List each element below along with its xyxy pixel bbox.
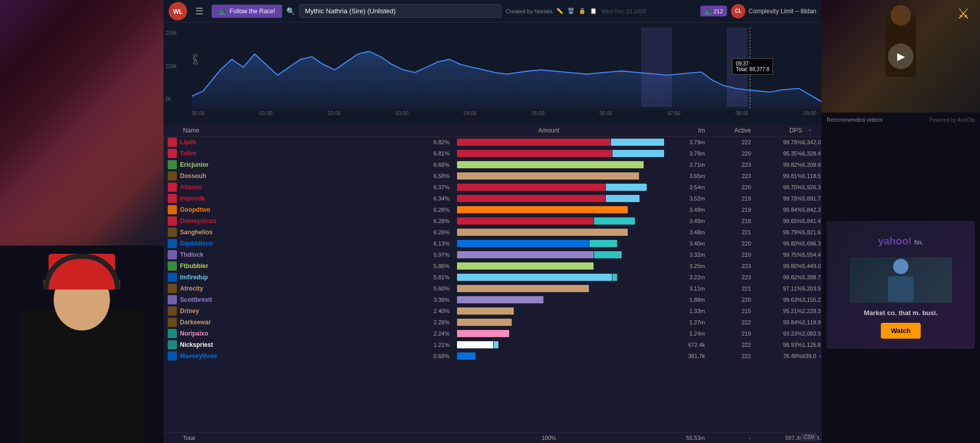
delete-icon[interactable]: 🗑️ xyxy=(567,8,575,14)
table-row[interactable]: Dossouh 6.58% 3.65m 223 99.81% 6,118.5 + xyxy=(164,170,822,182)
row-player-name[interactable]: Nickspriest xyxy=(180,341,213,348)
row-player-name[interactable]: Driney xyxy=(180,307,199,315)
row-player-name[interactable]: Domeynicus xyxy=(180,217,216,225)
row-bar-primary xyxy=(457,307,514,315)
row-avatar xyxy=(168,340,177,349)
y-label-0k: 0k xyxy=(166,96,177,102)
edit-icon[interactable]: ✏️ xyxy=(556,8,563,14)
row-name-cell: Ericjunior xyxy=(168,160,434,169)
table-row[interactable]: Goopdtwo 6.28% 3.49m 219 99.84% 5,842.3 … xyxy=(164,204,822,215)
nav-logo: WL xyxy=(169,2,187,20)
table-row[interactable]: Ftbubbler 5.86% 3.25m 223 99.80% 5,449.0… xyxy=(164,260,822,272)
row-player-name[interactable]: Scottbrexit xyxy=(180,296,212,303)
row-bar-container xyxy=(457,319,664,326)
row-active-im: 219 xyxy=(705,330,751,337)
row-bar-primary xyxy=(457,150,612,157)
row-avatar xyxy=(168,138,177,147)
row-player-name[interactable]: Squiddisco xyxy=(180,240,213,247)
row-bar-primary xyxy=(457,319,512,326)
ad-watch-button[interactable]: Watch xyxy=(881,323,921,339)
race-date: Wed Dec 23 2020 xyxy=(601,8,646,14)
hamburger-menu[interactable]: ☰ xyxy=(191,4,208,19)
table-row[interactable]: Lipdk 6.82% 3.79m 222 99.78% 6,342.0 + xyxy=(164,137,822,148)
twitch-badge: 📺 212 xyxy=(700,6,727,16)
row-amount-cell: 2.40% xyxy=(434,307,664,315)
table-row[interactable]: Darkeewar 2.28% 1.27m 222 99.84% 2,118.9… xyxy=(164,317,822,328)
chart-area: 200k 100k 0k xyxy=(164,23,822,125)
table-row[interactable]: Noripalxo 2.24% 1.24m 219 93.23% 2,083.5… xyxy=(164,328,822,339)
row-bar-container xyxy=(457,352,664,360)
table-row[interactable]: Atlasxo 6.37% 3.54m 220 99.70% 5,926.3 + xyxy=(164,182,822,193)
row-active-pct: 99.82% xyxy=(751,274,802,280)
table-row[interactable]: Trillm 6.81% 3.78m 220 95.35% 6,328.4 + xyxy=(164,148,822,159)
row-percent: 6.13% xyxy=(434,240,454,247)
anyclip-label: Powered by AnyClip xyxy=(929,117,975,123)
row-name-cell: Thdlock xyxy=(168,250,434,259)
row-player-name[interactable]: Darkeewar xyxy=(180,319,211,326)
row-player-name[interactable]: Noripalxo xyxy=(180,330,208,337)
follow-race-button[interactable]: 📺 Follow the Race! xyxy=(212,5,282,18)
ad-content: yahoo! fin. Market co. that m. busi. Wat… xyxy=(827,221,975,349)
row-active-im: 220 xyxy=(705,297,751,303)
row-player-name[interactable]: Goopdtwo xyxy=(180,206,210,213)
row-bar-container xyxy=(457,262,664,270)
row-player-name[interactable]: Trillm xyxy=(180,150,196,157)
row-player-name[interactable]: Dossouh xyxy=(180,172,206,180)
row-active-im: 223 xyxy=(705,173,751,179)
table-row[interactable]: Imfiredup 5.81% 3.22m 223 99.82% 5,398.7… xyxy=(164,272,822,283)
row-amount-cell: 6.58% xyxy=(434,172,664,180)
row-bar-primary xyxy=(457,139,610,146)
row-player-name[interactable]: Atrocity xyxy=(180,285,203,292)
row-dps: 5,842.3 xyxy=(802,207,821,213)
header-add[interactable]: + xyxy=(802,127,817,134)
table-row[interactable]: Scottbrexit 3.39% 1.88m 220 99.63% 3,155… xyxy=(164,294,822,305)
row-dps: 5,554.4 xyxy=(802,252,821,258)
table-row[interactable]: Squiddisco 6.13% 3.40m 220 99.80% 5,696.… xyxy=(164,238,822,249)
row-name-cell: Impecdk xyxy=(168,194,434,203)
row-player-name[interactable]: Maeveythree xyxy=(180,352,217,360)
row-player-name[interactable]: Ericjunior xyxy=(180,161,209,168)
table-row[interactable]: Atrocity 5.60% 3.11m 221 97.11% 5,203.5 … xyxy=(164,283,822,294)
dps-chart[interactable]: DPS xyxy=(192,28,822,109)
row-bar-primary xyxy=(457,330,509,337)
x-07-00: 07:00 xyxy=(668,110,680,116)
table-row[interactable]: Domeynicus 6.28% 3.49m 218 99.65% 5,841.… xyxy=(164,215,822,227)
row-bar-primary xyxy=(457,341,493,348)
row-bar-container xyxy=(457,195,664,202)
row-active-pct: 99.80% xyxy=(751,240,802,247)
row-dps-cell: 2,118.9 + xyxy=(802,318,817,326)
table-row[interactable]: Ericjunior 6.68% 3.71m 223 99.82% 6,209.… xyxy=(164,159,822,170)
row-player-name[interactable]: Thdlock xyxy=(180,251,203,258)
row-name-cell: Sanghelios xyxy=(168,228,434,237)
total-label: Total xyxy=(168,435,434,441)
table-container: Name Amount Im Active DPS + Lipdk 6.82% … xyxy=(164,125,822,443)
row-active-pct: 99.78% xyxy=(751,195,802,202)
total-row: Total 100% 55.53m - 597.3s 92,974.3 xyxy=(164,432,822,443)
table-row[interactable]: Nickspriest 1.21% 672.4k 222 98.93% 1,12… xyxy=(164,339,822,350)
row-add-button[interactable]: + xyxy=(818,352,822,360)
row-player-name[interactable]: Imfiredup xyxy=(180,274,208,281)
row-player-name[interactable]: Lipdk xyxy=(180,139,196,146)
row-player-name[interactable]: Impecdk xyxy=(180,195,205,202)
table-scroll[interactable]: Lipdk 6.82% 3.79m 222 99.78% 6,342.0 + T… xyxy=(164,137,822,432)
video-player[interactable]: ⚔ ▶ xyxy=(822,0,980,113)
row-amount-cell: 2.28% xyxy=(434,319,664,326)
row-active-im: 220 xyxy=(705,184,751,190)
streamer-webcam xyxy=(0,228,164,443)
row-avatar xyxy=(168,171,177,181)
share-icon[interactable]: 📋 xyxy=(590,8,597,14)
row-bar-container xyxy=(457,172,664,180)
row-amount-cell: 1.21% xyxy=(434,341,664,348)
table-row[interactable]: Sanghelios 6.26% 3.48m 221 99.79% 5,821.… xyxy=(164,227,822,238)
table-row[interactable]: Impecdk 6.34% 3.52m 219 99.78% 5,891.7 + xyxy=(164,193,822,204)
table-row[interactable]: Driney 2.40% 1.33m 215 95.21% 2,228.3 + xyxy=(164,305,822,317)
table-row[interactable]: Thdlock 5.97% 3.32m 220 99.75% 5,554.4 + xyxy=(164,249,822,260)
play-button[interactable]: ▶ xyxy=(888,43,914,69)
row-player-name[interactable]: Sanghelios xyxy=(180,229,213,236)
csv-button[interactable]: CSV xyxy=(801,433,817,441)
table-row[interactable]: Maeveythree 0.69% 381.7k 222 76.48% 639.… xyxy=(164,350,822,362)
row-player-name[interactable]: Atlasxo xyxy=(180,184,202,191)
row-bar-container xyxy=(457,307,664,315)
row-player-name[interactable]: Ftbubbler xyxy=(180,262,208,270)
row-active-im: 222 xyxy=(705,353,751,359)
